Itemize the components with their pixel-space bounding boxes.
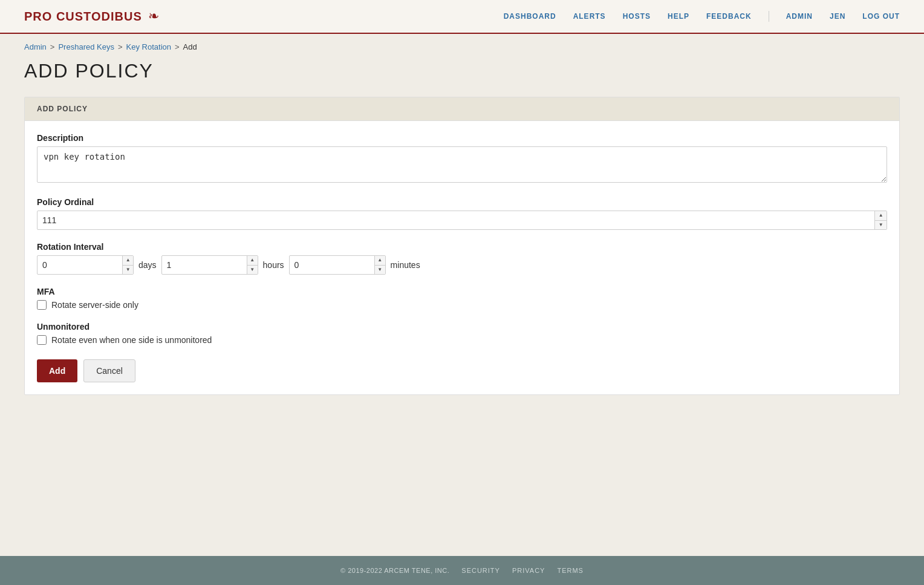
minutes-spin-buttons: ▲ ▼ <box>374 256 385 274</box>
days-spin-buttons: ▲ ▼ <box>122 256 133 274</box>
nav-divider <box>769 11 769 22</box>
nav-admin[interactable]: ADMIN <box>786 12 813 21</box>
description-input[interactable] <box>37 146 887 183</box>
form-card: ADD POLICY Description Policy Ordinal ▲ … <box>24 97 900 395</box>
mfa-group: MFA Rotate server-side only <box>37 287 887 310</box>
breadcrumb-sep-2: > <box>118 42 123 51</box>
mfa-checkbox[interactable] <box>37 300 47 310</box>
nav-feedback[interactable]: FEEDBACK <box>706 12 752 21</box>
description-group: Description <box>37 133 887 185</box>
main-content: ADD POLICY Description Policy Ordinal ▲ … <box>0 97 924 556</box>
breadcrumb-admin[interactable]: Admin <box>24 42 47 51</box>
minutes-input[interactable] <box>290 256 374 274</box>
logo-icon: ❧ <box>148 8 159 24</box>
unmonitored-checkbox-row: Rotate even when one side is unmonitored <box>37 335 887 345</box>
hours-label: hours <box>263 260 284 270</box>
policy-ordinal-spin-down[interactable]: ▼ <box>875 221 887 230</box>
form-card-header: ADD POLICY <box>25 97 899 121</box>
cancel-button[interactable]: Cancel <box>83 359 135 382</box>
minutes-spin-up[interactable]: ▲ <box>375 256 385 266</box>
rotation-interval-group: Rotation Interval ▲ ▼ days <box>37 242 887 275</box>
main-nav: DASHBOARD ALERTS HOSTS HELP FEEDBACK ADM… <box>504 11 900 22</box>
unmonitored-label: Unmonitored <box>37 322 887 332</box>
footer-copyright: © 2019-2022 ARCEM TENE, INC. <box>340 567 449 574</box>
days-spin-up[interactable]: ▲ <box>123 256 133 266</box>
days-spinner: ▲ ▼ <box>37 255 134 275</box>
policy-ordinal-label: Policy Ordinal <box>37 197 887 207</box>
days-spin-down[interactable]: ▼ <box>123 266 133 275</box>
hours-spinner: ▲ ▼ <box>161 255 258 275</box>
policy-ordinal-spin-buttons: ▲ ▼ <box>874 211 887 229</box>
unmonitored-checkbox-label[interactable]: Rotate even when one side is unmonitored <box>51 335 212 345</box>
breadcrumb: Admin > Preshared Keys > Key Rotation > … <box>0 34 924 60</box>
logo: PRO CUSTODIBUS ❧ <box>24 8 159 24</box>
days-input[interactable] <box>37 256 122 274</box>
site-footer: © 2019-2022 ARCEM TENE, INC. SECURITY PR… <box>0 556 924 585</box>
breadcrumb-sep-3: > <box>175 42 180 51</box>
hours-input[interactable] <box>162 256 247 274</box>
breadcrumb-sep-1: > <box>50 42 55 51</box>
minutes-spin-down[interactable]: ▼ <box>375 266 385 275</box>
nav-alerts[interactable]: ALERTS <box>573 12 606 21</box>
page-title: ADD POLICY <box>0 60 924 97</box>
policy-ordinal-spin-up[interactable]: ▲ <box>875 211 887 221</box>
days-label: days <box>138 260 157 270</box>
hours-spin-up[interactable]: ▲ <box>247 256 258 266</box>
nav-hosts[interactable]: HOSTS <box>623 12 651 21</box>
nav-dashboard[interactable]: DASHBOARD <box>504 12 556 21</box>
policy-ordinal-spinner: ▲ ▼ <box>37 211 887 230</box>
hours-spin-buttons: ▲ ▼ <box>247 256 258 274</box>
hours-spin-down[interactable]: ▼ <box>247 266 258 275</box>
description-label: Description <box>37 133 887 143</box>
logo-text: PRO CUSTODIBUS <box>24 10 142 24</box>
unmonitored-group: Unmonitored Rotate even when one side is… <box>37 322 887 345</box>
policy-ordinal-input[interactable] <box>37 211 874 229</box>
footer-security[interactable]: SECURITY <box>461 567 500 574</box>
footer-privacy[interactable]: PRIVACY <box>512 567 545 574</box>
form-body: Description Policy Ordinal ▲ ▼ Rotation … <box>25 121 899 394</box>
mfa-checkbox-label[interactable]: Rotate server-side only <box>51 300 138 310</box>
breadcrumb-add: Add <box>183 42 197 51</box>
nav-jen[interactable]: JEN <box>830 12 845 21</box>
footer-terms[interactable]: TERMS <box>557 567 584 574</box>
rotation-interval-row: ▲ ▼ days ▲ ▼ hours <box>37 255 887 275</box>
site-header: PRO CUSTODIBUS ❧ DASHBOARD ALERTS HOSTS … <box>0 0 924 34</box>
minutes-label: minutes <box>391 260 420 270</box>
nav-logout[interactable]: LOG OUT <box>862 12 900 21</box>
minutes-spinner: ▲ ▼ <box>289 255 386 275</box>
mfa-label: MFA <box>37 287 887 296</box>
form-actions: Add Cancel <box>37 359 887 382</box>
unmonitored-checkbox[interactable] <box>37 335 47 345</box>
rotation-interval-label: Rotation Interval <box>37 242 887 252</box>
breadcrumb-key-rotation[interactable]: Key Rotation <box>126 42 171 51</box>
breadcrumb-preshared-keys[interactable]: Preshared Keys <box>58 42 114 51</box>
mfa-checkbox-row: Rotate server-side only <box>37 300 887 310</box>
nav-help[interactable]: HELP <box>668 12 689 21</box>
add-button[interactable]: Add <box>37 359 77 382</box>
policy-ordinal-group: Policy Ordinal ▲ ▼ <box>37 197 887 230</box>
